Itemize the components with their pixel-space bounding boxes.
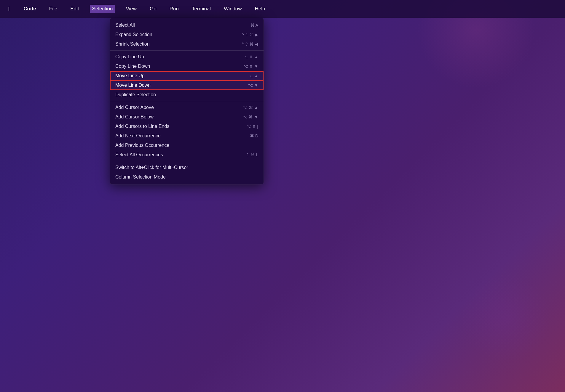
- menu-item-copy-line-down-shortcut: ⌥ ⇧ ▼: [243, 64, 258, 69]
- selection-dropdown: Select All ⌘ A Expand Selection ^ ⇧ ⌘ ▶ …: [110, 18, 264, 184]
- menu-item-move-line-down-label: Move Line Down: [115, 83, 151, 88]
- go-menu[interactable]: Go: [147, 5, 159, 13]
- menu-item-switch-alt-click-label: Switch to Alt+Click for Multi-Cursor: [115, 165, 188, 170]
- menu-item-select-all[interactable]: Select All ⌘ A: [110, 20, 264, 30]
- menu-item-expand-selection[interactable]: Expand Selection ^ ⇧ ⌘ ▶: [110, 30, 264, 39]
- menu-item-select-all-occurrences[interactable]: Select All Occurrences ⇧ ⌘ L: [110, 150, 264, 160]
- menu-item-select-all-occurrences-label: Select All Occurrences: [115, 152, 163, 158]
- menu-item-add-previous-occurrence-label: Add Previous Occurrence: [115, 143, 169, 148]
- separator-1: [110, 50, 264, 51]
- menu-item-select-all-occurrences-shortcut: ⇧ ⌘ L: [246, 152, 258, 157]
- menu-item-move-line-up[interactable]: Move Line Up ⌥ ▲: [110, 71, 264, 81]
- menu-item-add-cursors-line-ends-shortcut: ⌥ ⇧ |: [247, 124, 258, 129]
- bg-decoration-2: [461, 274, 550, 362]
- menu-item-move-line-up-label: Move Line Up: [115, 73, 145, 78]
- menu-item-add-cursor-above-label: Add Cursor Above: [115, 105, 154, 110]
- apple-menu[interactable]: : [6, 4, 13, 14]
- menu-item-add-previous-occurrence[interactable]: Add Previous Occurrence: [110, 141, 264, 150]
- menu-item-column-selection-mode[interactable]: Column Selection Mode: [110, 172, 264, 182]
- menu-item-add-cursors-line-ends-label: Add Cursors to Line Ends: [115, 124, 169, 129]
- menu-item-copy-line-up[interactable]: Copy Line Up ⌥ ⇧ ▲: [110, 52, 264, 62]
- menu-item-column-selection-mode-label: Column Selection Mode: [115, 174, 166, 180]
- menu-item-copy-line-up-label: Copy Line Up: [115, 54, 144, 60]
- terminal-menu[interactable]: Terminal: [189, 5, 213, 13]
- menu-item-duplicate-selection[interactable]: Duplicate Selection: [110, 90, 264, 99]
- menu-item-add-cursors-line-ends[interactable]: Add Cursors to Line Ends ⌥ ⇧ |: [110, 122, 264, 131]
- separator-2: [110, 101, 264, 101]
- selection-menu[interactable]: Selection: [90, 5, 115, 13]
- view-menu[interactable]: View: [123, 5, 139, 13]
- menu-item-move-line-down[interactable]: Move Line Down ⌥ ▼: [110, 81, 264, 90]
- file-menu[interactable]: File: [47, 5, 60, 13]
- edit-menu[interactable]: Edit: [68, 5, 81, 13]
- menu-item-switch-alt-click[interactable]: Switch to Alt+Click for Multi-Cursor: [110, 163, 264, 172]
- menu-item-select-all-label: Select All: [115, 23, 135, 28]
- menu-item-copy-line-down-label: Copy Line Down: [115, 64, 150, 69]
- menu-item-select-all-shortcut: ⌘ A: [250, 23, 258, 28]
- menu-item-expand-selection-shortcut: ^ ⇧ ⌘ ▶: [242, 32, 258, 37]
- menu-item-duplicate-selection-label: Duplicate Selection: [115, 92, 156, 97]
- menu-item-move-line-up-shortcut: ⌥ ▲: [248, 73, 258, 78]
- help-menu[interactable]: Help: [253, 5, 268, 13]
- menu-item-add-cursor-above[interactable]: Add Cursor Above ⌥ ⌘ ▲: [110, 103, 264, 112]
- menu-item-add-next-occurrence[interactable]: Add Next Occurrence ⌘ D: [110, 131, 264, 141]
- menu-item-add-cursor-above-shortcut: ⌥ ⌘ ▲: [243, 105, 258, 110]
- separator-3: [110, 161, 264, 161]
- menu-item-add-cursor-below-shortcut: ⌥ ⌘ ▼: [243, 115, 258, 119]
- menu-item-add-next-occurrence-shortcut: ⌘ D: [250, 134, 258, 138]
- menu-item-add-cursor-below-label: Add Cursor Below: [115, 114, 154, 120]
- menu-item-shrink-selection[interactable]: Shrink Selection ^ ⇧ ⌘ ◀: [110, 39, 264, 49]
- menu-item-move-line-down-shortcut: ⌥ ▼: [248, 83, 258, 88]
- menu-item-shrink-selection-label: Shrink Selection: [115, 41, 150, 47]
- menu-item-expand-selection-label: Expand Selection: [115, 32, 152, 37]
- menu-item-add-cursor-below[interactable]: Add Cursor Below ⌥ ⌘ ▼: [110, 112, 264, 122]
- run-menu[interactable]: Run: [167, 5, 181, 13]
- menu-bar:  Code File Edit Selection View Go Run T…: [0, 0, 565, 18]
- code-menu[interactable]: Code: [21, 5, 39, 13]
- menu-item-shrink-selection-shortcut: ^ ⇧ ⌘ ◀: [242, 42, 258, 46]
- menu-item-copy-line-down[interactable]: Copy Line Down ⌥ ⇧ ▼: [110, 62, 264, 71]
- menu-item-copy-line-up-shortcut: ⌥ ⇧ ▲: [243, 54, 258, 59]
- window-menu[interactable]: Window: [221, 5, 244, 13]
- menu-item-add-next-occurrence-label: Add Next Occurrence: [115, 133, 161, 139]
